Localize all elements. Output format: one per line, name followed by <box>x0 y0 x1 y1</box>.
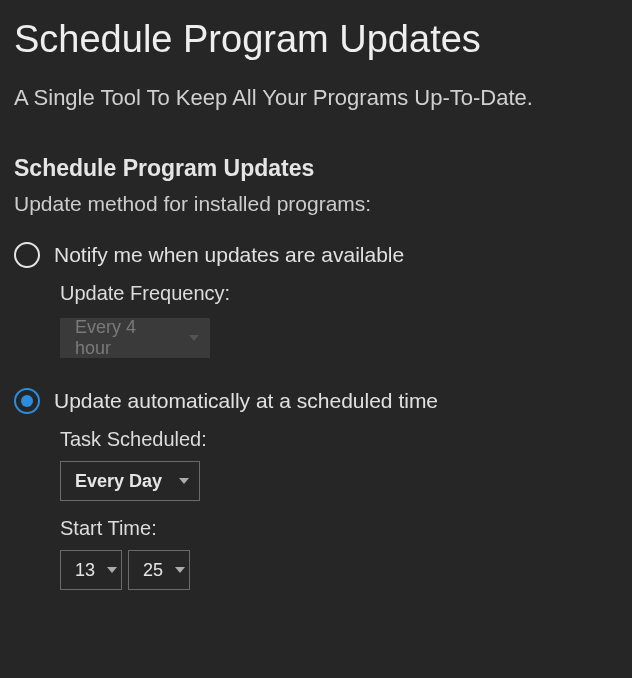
task-scheduled-select[interactable]: Every Day <box>60 461 200 501</box>
chevron-down-icon <box>107 567 117 573</box>
update-frequency-value: Every 4 hour <box>75 317 177 359</box>
chevron-down-icon <box>179 478 189 484</box>
radio-auto-circle <box>14 388 40 414</box>
task-scheduled-label: Task Scheduled: <box>60 428 618 451</box>
radio-notify-circle <box>14 242 40 268</box>
start-hour-select[interactable]: 13 <box>60 550 122 590</box>
page-subtitle: A Single Tool To Keep All Your Programs … <box>14 85 618 111</box>
chevron-down-icon <box>175 567 185 573</box>
section-heading: Schedule Program Updates <box>14 155 618 182</box>
radio-notify[interactable]: Notify me when updates are available <box>14 242 618 268</box>
start-minute-value: 25 <box>143 560 163 581</box>
radio-auto[interactable]: Update automatically at a scheduled time <box>14 388 618 414</box>
radio-notify-label: Notify me when updates are available <box>54 243 404 267</box>
start-minute-select[interactable]: 25 <box>128 550 190 590</box>
update-frequency-label: Update Frequency: <box>60 282 618 305</box>
page-title: Schedule Program Updates <box>14 18 618 61</box>
update-frequency-select: Every 4 hour <box>60 318 210 358</box>
start-hour-value: 13 <box>75 560 95 581</box>
start-time-label: Start Time: <box>60 517 618 540</box>
radio-auto-label: Update automatically at a scheduled time <box>54 389 438 413</box>
task-scheduled-value: Every Day <box>75 471 162 492</box>
chevron-down-icon <box>189 335 199 341</box>
update-method-label: Update method for installed programs: <box>14 192 618 216</box>
radio-auto-dot <box>21 395 33 407</box>
